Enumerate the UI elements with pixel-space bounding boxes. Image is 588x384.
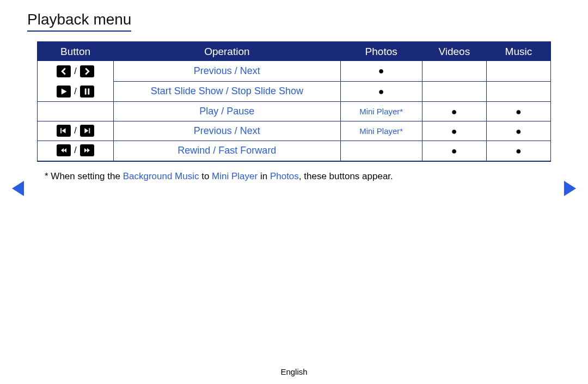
videos-cell	[422, 81, 486, 101]
svg-marker-9	[84, 148, 87, 153]
nav-prev-button[interactable]	[12, 181, 24, 196]
table-row: / Rewind / Fast Forward ● ●	[38, 141, 551, 161]
rewind-icon	[57, 144, 71, 156]
header-music: Music	[486, 42, 550, 61]
svg-marker-4	[62, 128, 66, 133]
svg-rect-2	[88, 88, 89, 94]
header-photos: Photos	[340, 42, 422, 61]
table-row: / Previous / Next Mini Player* ● ●	[38, 121, 551, 141]
svg-marker-0	[62, 88, 67, 94]
link-photos[interactable]: Photos	[270, 171, 299, 181]
music-cell: ●	[486, 121, 550, 141]
music-cell: ●	[486, 141, 550, 161]
photos-cell: Mini Player*	[340, 102, 422, 121]
music-cell: ●	[486, 102, 550, 121]
footnote: * When setting the Background Music to M…	[45, 169, 551, 184]
operation-cell: Play / Pause	[114, 102, 340, 121]
button-cell: /	[38, 141, 114, 161]
operation-cell: Rewind / Fast Forward	[114, 141, 340, 161]
slash: /	[73, 87, 77, 96]
button-cell	[38, 102, 114, 121]
page-title: Playback menu	[27, 11, 131, 32]
svg-rect-3	[61, 128, 62, 133]
footnote-text: in	[258, 171, 270, 181]
svg-marker-10	[87, 148, 90, 153]
header-button: Button	[38, 42, 114, 61]
pause-icon	[80, 86, 94, 97]
button-cell: /	[38, 121, 114, 141]
svg-marker-5	[84, 128, 88, 133]
videos-cell: ●	[422, 141, 486, 161]
link-background-music[interactable]: Background Music	[123, 171, 199, 181]
table-row: Start Slide Show / Stop Slide Show ●	[38, 81, 551, 101]
triangle-right-icon	[564, 181, 576, 196]
play-icon	[57, 86, 71, 97]
videos-cell: ●	[422, 102, 486, 121]
operation-cell: Previous / Next	[114, 61, 340, 81]
operation-cell: Start Slide Show / Stop Slide Show	[114, 81, 340, 101]
photos-cell: ●	[340, 81, 422, 101]
photos-cell	[340, 141, 422, 161]
playback-table: Button Operation Photos Videos Music /	[37, 41, 551, 162]
link-mini-player[interactable]: Mini Player	[212, 171, 258, 181]
svg-marker-8	[64, 148, 66, 153]
slash: /	[73, 145, 77, 155]
music-cell	[486, 81, 550, 101]
svg-rect-1	[85, 88, 87, 94]
button-cell: / /	[38, 61, 114, 102]
skip-next-icon	[80, 125, 94, 137]
table-header-row: Button Operation Photos Videos Music	[38, 42, 551, 61]
svg-rect-6	[89, 128, 90, 133]
slash: /	[73, 66, 77, 76]
skip-prev-icon	[57, 125, 71, 137]
svg-marker-7	[61, 148, 64, 153]
header-operation: Operation	[114, 42, 340, 61]
videos-cell	[422, 61, 486, 81]
slash: /	[73, 126, 77, 136]
nav-next-button[interactable]	[564, 181, 576, 196]
photos-cell: ●	[340, 61, 422, 81]
footnote-text: * When setting the	[45, 171, 123, 181]
footnote-text: , these buttons appear.	[299, 171, 393, 181]
table-row: / / Previous / Next ●	[38, 61, 551, 81]
triangle-left-icon	[12, 181, 24, 196]
arrow-left-icon	[57, 65, 71, 77]
music-cell	[486, 61, 550, 81]
header-videos: Videos	[422, 42, 486, 61]
operation-cell: Previous / Next	[114, 121, 340, 141]
footnote-text: to	[199, 171, 212, 181]
footer-language: English	[0, 367, 588, 376]
arrow-right-icon	[80, 65, 94, 77]
photos-cell: Mini Player*	[340, 121, 422, 141]
table-row: Play / Pause Mini Player* ● ●	[38, 102, 551, 121]
fast-forward-icon	[80, 144, 94, 156]
videos-cell: ●	[422, 121, 486, 141]
